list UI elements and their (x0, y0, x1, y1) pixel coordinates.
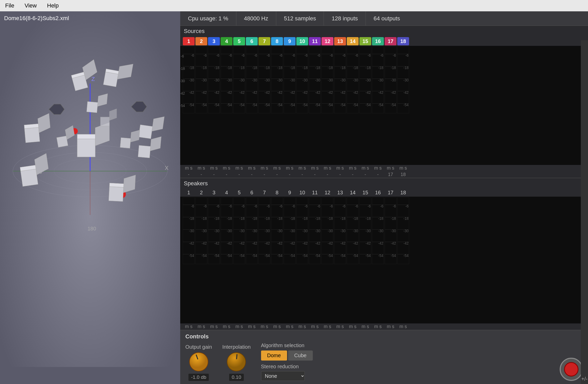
interpolation-knob[interactable] (226, 352, 247, 372)
m-btn[interactable]: m (223, 165, 227, 171)
output-gain-knob[interactable] (188, 352, 209, 372)
speaker-ms-cell-9[interactable]: ms (284, 324, 296, 329)
source-ms-cell-5[interactable]: ms (233, 165, 245, 171)
source-ch-10[interactable]: 10 (296, 37, 308, 45)
source-ms-cell-10[interactable]: ms (296, 165, 308, 171)
speaker-ms-cell-18[interactable]: ms (397, 324, 409, 329)
s-btn[interactable]: s (279, 165, 281, 171)
source-ms-cell-3[interactable]: ms (208, 165, 220, 171)
source-ch-4[interactable]: 4 (221, 37, 232, 45)
speaker-ms-cell-13[interactable]: ms (334, 324, 346, 329)
source-ch-18[interactable]: 18 (397, 37, 409, 45)
speaker-ms-cell-2[interactable]: ms (195, 324, 207, 329)
m-btn[interactable]: m (349, 165, 353, 171)
m-btn[interactable]: m (299, 165, 302, 171)
speaker-ms-cell-11[interactable]: ms (309, 324, 321, 329)
m-btn[interactable]: m (374, 165, 378, 171)
m-btn[interactable]: m (324, 165, 328, 171)
stereo-reduction-select[interactable]: None (261, 371, 305, 381)
speaker-ms-cell-14[interactable]: ms (347, 324, 359, 329)
source-ms-cell-7[interactable]: ms (258, 165, 270, 171)
speaker-ms-cell-4[interactable]: ms (221, 324, 232, 329)
s-btn[interactable]: s (392, 165, 394, 171)
source-ms-cell-8[interactable]: ms (271, 165, 283, 171)
source-ms-cell-4[interactable]: ms (221, 165, 232, 171)
s-btn[interactable]: s (253, 165, 256, 171)
source-ch-3[interactable]: 3 (208, 37, 220, 45)
speaker-ms-cell-1[interactable]: ms (183, 324, 195, 329)
speaker-ms-cell-7[interactable]: ms (258, 324, 270, 329)
m-btn[interactable]: m (185, 165, 189, 171)
source-ms-cell-14[interactable]: ms (347, 165, 359, 171)
source-ch-7[interactable]: 7 (258, 37, 270, 45)
m-btn[interactable]: m (261, 165, 265, 171)
source-ms-cell-16[interactable]: ms (372, 165, 384, 171)
m-btn[interactable]: m (273, 165, 277, 171)
scrollbar-track[interactable]: +/- (581, 40, 588, 384)
menu-help[interactable]: Help (45, 1, 61, 10)
s-btn[interactable]: s (228, 165, 230, 171)
s-btn[interactable]: s (190, 165, 193, 171)
speaker-ms-cell-10[interactable]: ms (296, 324, 308, 329)
m-btn[interactable]: m (248, 165, 252, 171)
source-ms-cell-17[interactable]: ms (385, 165, 396, 171)
speaker-ms-cell-3[interactable]: ms (208, 324, 220, 329)
s-btn[interactable]: s (304, 165, 306, 171)
m-btn[interactable]: m (387, 165, 391, 171)
source-ch-8[interactable]: 8 (271, 37, 283, 45)
source-ch-13[interactable]: 13 (334, 37, 346, 45)
m-btn[interactable]: m (286, 165, 290, 171)
m-btn[interactable]: m (210, 165, 214, 171)
source-ms-cell-9[interactable]: ms (284, 165, 296, 171)
record-button[interactable] (560, 358, 583, 381)
speaker-ms-cell-5[interactable]: ms (233, 324, 245, 329)
s-btn[interactable]: s (316, 165, 319, 171)
source-ch-11[interactable]: 11 (309, 37, 321, 45)
source-ms-cell-18[interactable]: ms (397, 165, 409, 171)
menu-file[interactable]: File (3, 1, 17, 10)
viewport-3d[interactable]: Dome16(8-6-2)Subs2.xml X Z Y 270 (0, 11, 180, 384)
speaker-ms-cell-17[interactable]: ms (385, 324, 396, 329)
s-btn[interactable]: s (215, 165, 218, 171)
s-btn[interactable]: s (241, 165, 243, 171)
s-btn[interactable]: s (405, 165, 407, 171)
s-btn[interactable]: s (203, 165, 205, 171)
source-ch-5[interactable]: 5 (233, 37, 245, 45)
speaker-ms-cell-8[interactable]: ms (271, 324, 283, 329)
m-btn[interactable]: m (198, 165, 202, 171)
plus-minus-label[interactable]: +/- (581, 376, 587, 382)
source-ms-cell-6[interactable]: ms (246, 165, 258, 171)
m-btn[interactable]: m (362, 165, 366, 171)
s-btn[interactable]: s (367, 165, 369, 171)
source-ms-cell-2[interactable]: ms (195, 165, 207, 171)
m-btn[interactable]: m (311, 165, 315, 171)
m-btn[interactable]: m (336, 165, 340, 171)
m-btn[interactable]: m (400, 165, 403, 171)
s-btn[interactable]: s (342, 165, 344, 171)
source-ch-2[interactable]: 2 (195, 37, 207, 45)
source-ch-6[interactable]: 6 (246, 37, 258, 45)
s-btn[interactable]: s (354, 165, 357, 171)
speaker-ms-cell-16[interactable]: ms (372, 324, 384, 329)
s-btn[interactable]: s (291, 165, 293, 171)
source-ch-16[interactable]: 16 (372, 37, 384, 45)
speaker-ms-cell-15[interactable]: ms (359, 324, 371, 329)
source-ch-17[interactable]: 17 (385, 37, 396, 45)
menu-view[interactable]: View (22, 1, 39, 10)
source-ch-1[interactable]: 1 (183, 37, 195, 45)
source-ch-15[interactable]: 15 (359, 37, 371, 45)
source-ms-cell-1[interactable]: ms (183, 165, 195, 171)
m-btn[interactable]: m (236, 165, 239, 171)
source-ms-cell-13[interactable]: ms (334, 165, 346, 171)
source-ch-12[interactable]: 12 (322, 37, 333, 45)
speaker-ms-cell-6[interactable]: ms (246, 324, 258, 329)
speaker-ms-cell-12[interactable]: ms (322, 324, 333, 329)
source-ms-cell-15[interactable]: ms (359, 165, 371, 171)
source-ms-cell-11[interactable]: ms (309, 165, 321, 171)
s-btn[interactable]: s (266, 165, 268, 171)
source-ch-14[interactable]: 14 (347, 37, 359, 45)
algo-dome-button[interactable]: Dome (261, 350, 287, 361)
s-btn[interactable]: s (329, 165, 331, 171)
source-ch-9[interactable]: 9 (284, 37, 296, 45)
algo-cube-button[interactable]: Cube (288, 350, 313, 361)
